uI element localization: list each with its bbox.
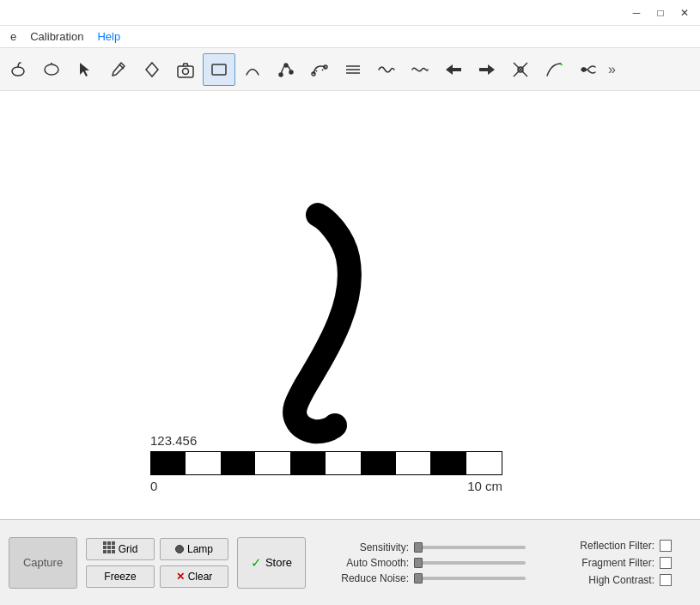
svg-marker-4 bbox=[146, 63, 158, 76]
grid-icon bbox=[103, 541, 115, 556]
svg-marker-19 bbox=[479, 64, 495, 75]
minimize-button[interactable]: ─ bbox=[624, 3, 648, 22]
canvas-area: 123.456 0 10 cm bbox=[0, 91, 700, 519]
reduce-noise-row: Reduce Noise: bbox=[323, 572, 526, 584]
svg-point-1 bbox=[45, 64, 58, 75]
toolbar-more[interactable]: » bbox=[605, 62, 619, 77]
bottom-bar: Capture Grid bbox=[0, 519, 700, 605]
tool-cross[interactable] bbox=[504, 53, 537, 86]
svg-rect-28 bbox=[107, 546, 111, 549]
reflection-filter-row: Reflection Filter: bbox=[551, 540, 672, 552]
sensitivity-label: Sensitivity: bbox=[323, 541, 409, 553]
tool-camera[interactable] bbox=[169, 53, 202, 86]
lamp-button[interactable]: Lamp bbox=[160, 538, 228, 560]
titlebar: ─ □ ✕ bbox=[0, 0, 700, 26]
tool-fish[interactable] bbox=[571, 53, 604, 86]
close-button[interactable]: ✕ bbox=[673, 3, 697, 22]
reflection-filter-label: Reflection Filter: bbox=[551, 540, 654, 552]
filters-section: Reflection Filter: Fragment Filter: High… bbox=[551, 540, 672, 586]
svg-point-0 bbox=[12, 67, 24, 76]
tool-lasso[interactable] bbox=[2, 53, 34, 86]
tool-arrow-right[interactable] bbox=[471, 53, 503, 86]
lamp-icon bbox=[175, 545, 184, 553]
control-group: Grid Lamp Freeze ✕ Clear bbox=[86, 538, 228, 588]
sliders-section: Sensitivity: Auto Smooth: Reduce Noise: bbox=[323, 541, 526, 584]
fragment-filter-row: Fragment Filter: bbox=[551, 557, 672, 569]
svg-rect-31 bbox=[107, 550, 111, 553]
grid-label: Grid bbox=[119, 543, 138, 555]
menu-item-file[interactable]: e bbox=[3, 28, 23, 45]
auto-smooth-slider[interactable] bbox=[414, 561, 526, 565]
x-icon: ✕ bbox=[176, 571, 185, 583]
tool-curve1[interactable] bbox=[538, 53, 570, 86]
tool-rect[interactable] bbox=[203, 53, 235, 86]
reduce-noise-label: Reduce Noise: bbox=[323, 572, 409, 584]
menu-item-help[interactable]: Help bbox=[90, 28, 127, 45]
scale-label-start: 0 bbox=[150, 479, 157, 493]
svg-rect-7 bbox=[212, 64, 226, 75]
menubar: e Calibration Help bbox=[0, 26, 700, 48]
tool-pen[interactable] bbox=[102, 53, 135, 86]
high-contrast-checkbox[interactable] bbox=[660, 574, 672, 586]
tool-ellipse[interactable] bbox=[35, 53, 68, 86]
lamp-label: Lamp bbox=[187, 543, 213, 555]
grid-button[interactable]: Grid bbox=[86, 538, 155, 560]
fragment-filter-checkbox[interactable] bbox=[660, 557, 672, 569]
tool-arrow-left[interactable] bbox=[437, 53, 470, 86]
tool-arc[interactable] bbox=[236, 53, 269, 86]
checkmark-icon: ✓ bbox=[251, 555, 262, 571]
sensitivity-slider[interactable] bbox=[414, 546, 526, 549]
auto-smooth-row: Auto Smooth: bbox=[323, 557, 526, 569]
tool-node1[interactable] bbox=[270, 53, 302, 86]
maximize-button[interactable]: □ bbox=[648, 3, 673, 22]
tool-wave1[interactable] bbox=[370, 53, 403, 86]
reflection-filter-checkbox[interactable] bbox=[660, 540, 672, 552]
clear-label: Clear bbox=[188, 571, 213, 583]
auto-smooth-label: Auto Smooth: bbox=[323, 557, 409, 569]
tool-wave2[interactable] bbox=[404, 53, 436, 86]
scale-area: 123.456 0 10 cm bbox=[150, 433, 502, 493]
high-contrast-row: High Contrast: bbox=[551, 574, 672, 586]
freeze-label: Freeze bbox=[104, 571, 136, 583]
high-contrast-label: High Contrast: bbox=[551, 574, 654, 586]
svg-rect-30 bbox=[103, 550, 107, 553]
tool-node2[interactable] bbox=[303, 53, 336, 86]
clear-button[interactable]: ✕ Clear bbox=[160, 565, 228, 588]
svg-rect-27 bbox=[103, 546, 107, 549]
toolbar: » bbox=[0, 48, 700, 91]
svg-rect-24 bbox=[103, 541, 107, 545]
fragment-filter-label: Fragment Filter: bbox=[551, 557, 654, 569]
scale-number: 123.456 bbox=[150, 433, 502, 448]
reduce-noise-slider[interactable] bbox=[414, 577, 526, 580]
tool-select[interactable] bbox=[69, 53, 101, 86]
scale-bar bbox=[150, 451, 502, 475]
freeze-button[interactable]: Freeze bbox=[86, 565, 155, 588]
tool-lines[interactable] bbox=[337, 53, 369, 86]
svg-rect-32 bbox=[112, 550, 115, 553]
store-label: Store bbox=[265, 556, 292, 569]
store-button[interactable]: ✓ Store bbox=[237, 537, 306, 589]
svg-rect-26 bbox=[112, 541, 115, 545]
scale-label-end: 10 cm bbox=[467, 479, 502, 493]
scale-labels: 0 10 cm bbox=[150, 479, 502, 493]
tool-diamond[interactable] bbox=[136, 53, 168, 86]
capture-button[interactable]: Capture bbox=[9, 537, 77, 589]
svg-marker-18 bbox=[446, 64, 461, 75]
sensitivity-row: Sensitivity: bbox=[323, 541, 526, 553]
svg-rect-25 bbox=[107, 541, 111, 545]
menu-item-calibration[interactable]: Calibration bbox=[23, 28, 90, 45]
svg-rect-29 bbox=[112, 546, 115, 549]
svg-point-6 bbox=[183, 68, 189, 74]
